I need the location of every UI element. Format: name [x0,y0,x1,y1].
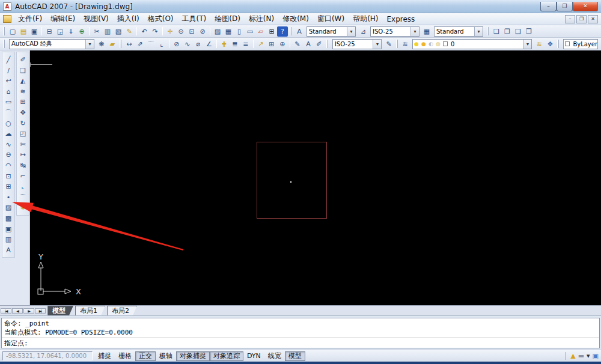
aligned-dimension-icon[interactable]: ⇗ [135,39,145,49]
circle-tool[interactable]: ○ [3,118,14,129]
dropdown-arrow-icon[interactable]: ▾ [410,27,419,36]
linear-dimension-icon[interactable]: ↔ [124,39,135,49]
toggle-lwt[interactable]: 线宽 [264,351,285,361]
zoom-window-icon[interactable]: ⊡ [186,26,197,37]
menu-item-0[interactable]: 文件(F) [14,13,46,25]
paste-icon[interactable]: ▧ [113,26,124,37]
open-file-icon[interactable]: ▤ [18,26,29,37]
dropdown-arrow-icon[interactable]: ▾ [373,40,381,49]
toolbar-lock-icon[interactable]: ▬ [578,352,584,360]
toolbar-grip[interactable] [487,27,489,35]
match-properties-icon[interactable]: ✎ [124,26,135,37]
copy-clip-icon[interactable]: ▥ [102,26,113,37]
child-close-button[interactable]: ✕ [588,15,598,23]
ellipse-arc-tool[interactable]: ◠ [3,160,14,171]
toolbar-grip[interactable] [120,40,121,48]
properties-icon[interactable]: ▨ [212,26,223,37]
dropdown-arrow-icon[interactable]: ▾ [347,27,355,36]
revision-cloud-tool[interactable]: ☁ [3,129,14,139]
layer-bulb-icon[interactable]: ● [413,41,420,47]
toolbar-grip[interactable] [290,27,291,35]
tool-palettes-icon[interactable]: ▯ [234,26,245,37]
markup-set-manager-icon[interactable]: ▱ [255,26,266,37]
dimension-update-icon[interactable]: ✐ [314,39,325,49]
center-mark-icon[interactable]: ⊕ [277,39,288,49]
tab-nav-prev[interactable]: ◀ [12,308,23,314]
pan-icon[interactable]: ✛ [165,26,175,37]
ellipse-tool[interactable]: ⊖ [3,150,14,160]
menu-item-7[interactable]: 标注(N) [245,13,278,25]
menu-item-5[interactable]: 工具(T) [178,13,211,25]
fillet-tool[interactable]: ⌒ [17,192,28,203]
draworder-front-icon[interactable]: ❏ [491,26,502,37]
tab-layout1[interactable]: 布局1 [75,306,105,315]
draworder-back-icon[interactable]: ❐ [502,26,513,37]
dimension-text-edit-icon[interactable]: A [303,39,314,49]
dim-style-combo[interactable]: ISO-25 ▾ [370,26,419,37]
workspace-settings-icon[interactable]: ❋ [96,39,107,49]
menu-item-11[interactable]: Express [383,14,419,24]
color-control-combo[interactable]: ByLayer [563,39,598,49]
dropdown-arrow-icon[interactable]: ▾ [523,40,531,49]
layer-lock-icon[interactable]: ◐ [427,41,435,47]
new-file-icon[interactable]: ▢ [7,26,18,37]
toolbar-grip[interactable] [326,40,328,48]
my-workspace-icon[interactable]: ▰ [107,39,118,49]
toggle-polar[interactable]: 极轴 [156,351,176,361]
zoom-realtime-icon[interactable]: ⊙ [175,26,186,37]
gradient-tool[interactable]: ▩ [3,213,14,224]
tab-nav-first[interactable]: |◀ [1,308,11,314]
web-icon[interactable]: ⊕ [76,26,87,37]
polyline-tool[interactable]: ↩ [3,76,14,86]
toggle-dyn[interactable]: DYN [243,351,264,361]
clean-screen-icon[interactable]: ▣ [593,352,599,360]
drawing-file-icon[interactable] [3,15,11,23]
table-style-combo[interactable]: Standard ▾ [434,26,483,37]
region-tool[interactable]: ▣ [3,224,14,235]
point-tool[interactable]: • [3,192,14,203]
insert-block-tool[interactable]: ⊡ [3,171,14,182]
ordinate-dimension-icon[interactable]: ⌞ [156,39,167,49]
status-menu-arrow-icon[interactable]: ▾ [587,352,590,360]
construction-line-tool[interactable]: ∕ [3,65,14,76]
tolerance-icon[interactable]: ⊞ [266,39,277,49]
toggle-model[interactable]: 模型 [285,351,305,361]
polygon-tool[interactable]: ⌂ [3,86,14,97]
join-tool[interactable]: ⌐ [17,171,28,182]
menu-item-4[interactable]: 格式(O) [144,13,178,25]
menu-item-10[interactable]: 帮助(H) [349,13,382,25]
rectangle-tool[interactable]: ▭ [3,97,14,108]
hatch-tool[interactable]: ▨ [3,202,14,213]
dim-style-icon[interactable]: ⊿ [358,26,368,37]
text-style-icon[interactable]: A [294,26,305,37]
make-block-tool[interactable]: ⊞ [3,181,14,192]
minimize-button[interactable]: – [540,2,557,11]
plot-icon[interactable]: ⊟ [44,26,55,37]
continue-dimension-icon[interactable]: ≡ [240,39,251,49]
menu-item-8[interactable]: 修改(M) [278,13,313,25]
table-tool[interactable]: ▥ [3,234,14,245]
undo-icon[interactable]: ↶ [139,26,150,37]
angular-dimension-icon[interactable]: ∠ [204,39,215,49]
arc-tool[interactable]: ⌒ [3,108,14,118]
drawing-canvas[interactable]: Y X [30,50,601,305]
command-prompt[interactable]: 指定点: [2,338,599,348]
command-box[interactable]: 命令: _point 当前点模式: PDMODE=0 PDSIZE=0.0000… [1,318,600,348]
sheet-set-manager-icon[interactable]: ▭ [245,26,255,37]
quick-leader-icon[interactable]: ↗ [255,39,266,49]
maximize-button[interactable]: ❐ [557,2,573,11]
toolbar-grip[interactable] [3,27,5,35]
menu-item-1[interactable]: 编辑(E) [46,13,79,25]
dropdown-arrow-icon[interactable]: ▾ [85,40,94,49]
erase-tool[interactable]: ✐ [17,55,28,65]
dim-style-manager-icon[interactable]: ✎ [383,39,394,49]
toolbar-grip[interactable] [557,40,559,48]
draworder-below-icon[interactable]: ❒ [523,26,534,37]
workspace-combo[interactable]: AutoCAD 经典 ▾ [9,39,94,49]
explode-tool[interactable]: ✺ [17,202,28,213]
break-tool[interactable]: ↹ [17,160,28,171]
menu-item-3[interactable]: 插入(I) [113,13,144,25]
layer-combo[interactable]: ●●◐◍ 0 ▾ [412,39,532,49]
text-style-combo[interactable]: Standard ▾ [307,26,356,37]
quick-dimension-icon[interactable]: ⋕ [219,39,230,49]
